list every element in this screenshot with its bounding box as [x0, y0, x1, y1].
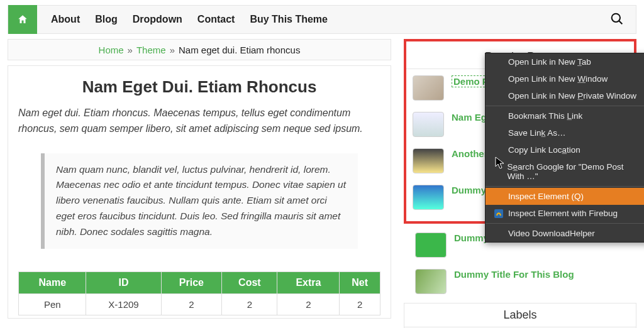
ctx-inspect-element[interactable]: Inspect Element (Q): [486, 188, 644, 205]
th-cost: Cost: [222, 271, 277, 293]
th-extra: Extra: [277, 271, 340, 293]
ctx-open-new-window[interactable]: Open Link in New Window: [486, 70, 644, 87]
blockquote: Nam quam nunc, blandit vel, luctus pulvi…: [41, 153, 358, 249]
post-thumb: [413, 148, 444, 173]
post-link[interactable]: Dummy Title For This Blog: [454, 269, 574, 280]
search-button[interactable]: [611, 13, 636, 27]
post-thumb: [415, 232, 447, 258]
cursor-icon: [495, 156, 505, 171]
ctx-save-link-as[interactable]: Save Link As…: [486, 124, 644, 141]
nav-dropdown[interactable]: Dropdown: [133, 14, 182, 25]
ctx-inspect-firebug[interactable]: Inspect Element with Firebug: [486, 205, 644, 222]
article: Nam Eget Dui. Etiam Rhoncus Nam eget dui…: [8, 65, 391, 319]
ctx-open-new-tab[interactable]: Open Link in New Tab: [486, 53, 644, 70]
labels-title: Labels: [404, 303, 636, 327]
th-price: Price: [161, 271, 222, 293]
th-id: ID: [86, 271, 161, 293]
table-row: Pen X-1209 2 2 2 2: [19, 293, 380, 315]
ctx-copy-link-location[interactable]: Copy Link Location: [486, 141, 644, 158]
labels-panel: Labels: [404, 303, 636, 328]
top-nav: About Blog Dropdown Contact Buy This The…: [8, 5, 636, 34]
home-icon: [17, 14, 28, 25]
nav-buy[interactable]: Buy This Theme: [250, 14, 328, 25]
post-thumb: [413, 185, 444, 210]
crumb-home[interactable]: Home: [99, 45, 124, 55]
list-item[interactable]: Dummy Title For This Blog: [404, 266, 636, 303]
data-table: Name ID Price Cost Extra Net Pen X-1209 …: [18, 271, 380, 315]
nav-contact[interactable]: Contact: [197, 14, 235, 25]
nav-about[interactable]: About: [51, 14, 80, 25]
search-icon: [611, 13, 623, 25]
page-title: Nam Eget Dui. Etiam Rhoncus: [18, 77, 380, 97]
ctx-video-downloadhelper[interactable]: Video DownloadHelper: [486, 225, 644, 242]
post-thumb: [415, 269, 447, 294]
post-thumb: [413, 112, 444, 137]
nav-blog[interactable]: Blog: [95, 14, 118, 25]
post-thumb: [413, 75, 444, 101]
firebug-icon: [494, 209, 504, 218]
home-button[interactable]: [8, 5, 37, 34]
lead-paragraph: Nam eget dui. Etiam rhoncus. Maecenas te…: [18, 106, 380, 137]
breadcrumb: Home » Theme » Nam eget dui. Etiam rhonc…: [8, 39, 391, 60]
crumb-theme[interactable]: Theme: [136, 45, 166, 55]
th-net: Net: [340, 271, 380, 293]
ctx-bookmark-link[interactable]: Bookmark This Link: [486, 107, 644, 124]
popular-posts-panel: Popular Posts Demo Post With Customizati…: [404, 39, 636, 224]
nav-items: About Blog Dropdown Contact Buy This The…: [37, 14, 328, 25]
th-name: Name: [19, 271, 86, 293]
ctx-open-private[interactable]: Open Link in New Private Window: [486, 87, 644, 104]
context-menu: Open Link in New Tab Open Link in New Wi…: [485, 53, 644, 243]
crumb-current: Nam eget dui. Etiam rhoncus: [179, 45, 300, 55]
ctx-search-google[interactable]: Search Google for "Demo Post With …": [486, 158, 644, 185]
